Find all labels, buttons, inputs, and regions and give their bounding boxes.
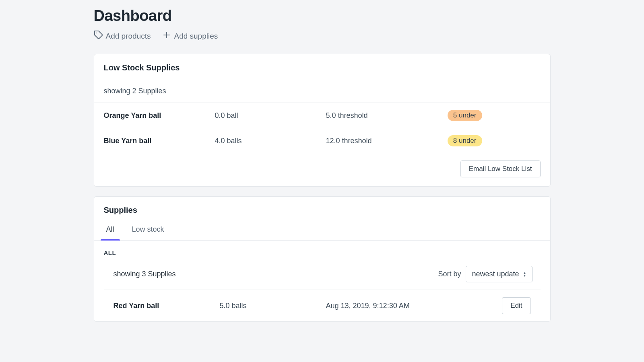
supply-qty: 5.0 balls [220, 302, 326, 310]
supply-threshold: 5.0 threshold [326, 111, 448, 120]
supply-qty: 0.0 ball [215, 111, 326, 120]
low-stock-row: Blue Yarn ball 4.0 balls 12.0 threshold … [94, 128, 550, 153]
supplies-tabs: All Low stock [94, 218, 550, 241]
add-products-link[interactable]: Add products [94, 30, 151, 42]
supplies-showing: showing 3 Supplies [114, 270, 176, 278]
section-label: ALL [94, 241, 550, 256]
supply-qty: 4.0 balls [215, 137, 326, 145]
tab-low-stock[interactable]: Low stock [123, 218, 173, 240]
tag-icon [94, 30, 103, 42]
tab-all[interactable]: All [97, 218, 123, 240]
low-stock-card: Low Stock Supplies showing 2 Supplies Or… [94, 54, 551, 187]
under-badge: 8 under [448, 135, 482, 146]
edit-button[interactable]: Edit [502, 297, 530, 314]
supply-threshold: 12.0 threshold [326, 137, 448, 145]
add-supplies-label: Add supplies [174, 32, 218, 41]
plus-icon [162, 30, 171, 42]
sort-arrows-icon: ▲▼ [523, 272, 526, 277]
add-products-label: Add products [106, 32, 151, 41]
supply-row: Red Yarn ball 5.0 balls Aug 13, 2019, 9:… [104, 290, 541, 321]
sort-by-label: Sort by [438, 270, 461, 278]
low-stock-row: Orange Yarn ball 0.0 ball 5.0 threshold … [94, 103, 550, 128]
supply-name: Orange Yarn ball [104, 111, 215, 120]
under-badge: 5 under [448, 110, 482, 121]
action-links: Add products Add supplies [94, 30, 551, 42]
sort-select[interactable]: newest update ▲▼ [466, 266, 532, 282]
sort-value: newest update [472, 270, 519, 278]
low-stock-showing: showing 2 Supplies [94, 76, 550, 103]
low-stock-title: Low Stock Supplies [104, 63, 541, 72]
page-title: Dashboard [94, 7, 551, 25]
supply-name: Red Yarn ball [114, 302, 220, 310]
supplies-title: Supplies [104, 206, 541, 215]
add-supplies-link[interactable]: Add supplies [162, 30, 218, 42]
email-low-stock-button[interactable]: Email Low Stock List [460, 160, 541, 177]
supplies-card: Supplies All Low stock ALL showing 3 Sup… [94, 196, 551, 322]
supply-date: Aug 13, 2019, 9:12:30 AM [326, 302, 502, 310]
supply-name: Blue Yarn ball [104, 137, 215, 145]
